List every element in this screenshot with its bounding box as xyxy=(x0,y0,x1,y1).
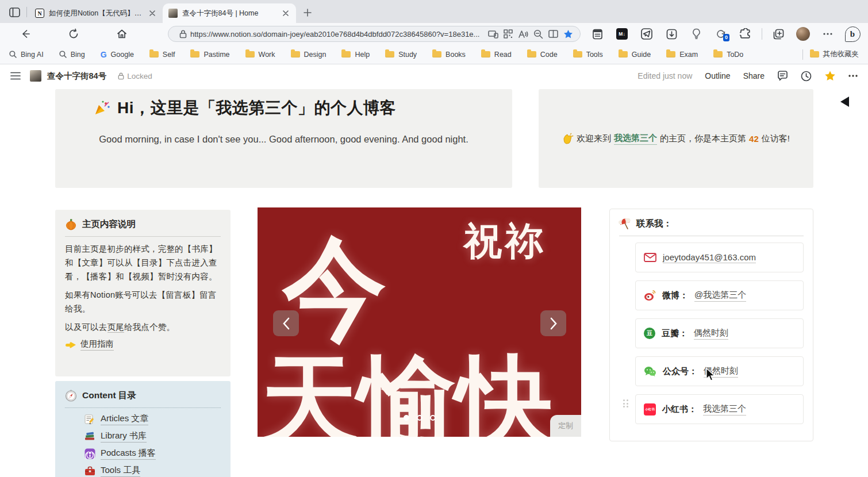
send-to-device-icon[interactable] xyxy=(486,27,501,41)
compass-icon xyxy=(65,390,77,402)
welcome-line: 欢迎来到 我选第三个 的主页，你是本主页第 42 位访客! xyxy=(562,133,790,145)
image-carousel: 祝祢 今 天愉快 定制 xyxy=(258,207,581,437)
weibo-icon xyxy=(644,290,656,301)
bookmark-google[interactable]: G Google xyxy=(101,50,134,59)
contact-wechat-row[interactable]: 公众号： 偶然时刻 xyxy=(635,356,804,386)
guide-link[interactable]: 使用指南 xyxy=(80,338,114,351)
xiaohongshu-handle[interactable]: 我选第三个 xyxy=(703,403,746,416)
contact-douban-row[interactable]: 豆 豆瓣： 偶然时刻 xyxy=(635,318,804,348)
contents-card: Content 目录 Articles 文章 Library 书库 xyxy=(55,381,231,477)
contact-weibo-row[interactable]: 微博： @我选第三个 xyxy=(635,280,804,310)
sync-extension-icon[interactable]: 0 xyxy=(712,26,729,42)
carousel-prev-button[interactable] xyxy=(273,310,299,336)
lightbulb-extension-icon[interactable] xyxy=(688,26,705,42)
bookmark-bing-ai[interactable]: Bing AI xyxy=(9,51,44,59)
tab-home-active[interactable]: 查令十字街84号 | Home xyxy=(163,3,296,23)
hero-card: Hi，这里是「我选第三个」的个人博客 Good morning, in case… xyxy=(55,89,512,188)
collapse-arrow-icon[interactable] xyxy=(840,97,849,107)
notion-topbar: 查令十字街84号 Locked Edited just now Outline … xyxy=(0,64,868,87)
outline-button[interactable]: Outline xyxy=(705,71,730,80)
bookmark-folder-help[interactable]: Help xyxy=(341,51,370,59)
bookmark-folder-pastime[interactable]: Pastime xyxy=(190,51,229,59)
home-button[interactable] xyxy=(114,26,130,42)
weibo-handle[interactable]: @我选第三个 xyxy=(694,290,746,302)
profile-avatar[interactable] xyxy=(794,26,812,42)
bookmark-folder-guide[interactable]: Guide xyxy=(619,51,651,59)
locked-status[interactable]: Locked xyxy=(118,72,152,80)
folder-icon xyxy=(527,51,536,57)
sidebar-menu-icon[interactable] xyxy=(10,72,21,80)
blog-name-link[interactable]: 我选第三个 xyxy=(614,133,657,145)
page-icon[interactable] xyxy=(30,70,41,82)
zoom-out-icon[interactable] xyxy=(531,27,546,41)
read-aloud-icon[interactable] xyxy=(516,27,531,41)
refresh-button[interactable] xyxy=(66,26,82,42)
hero-heading: Hi，这里是「我选第三个」的个人博客 xyxy=(93,97,512,119)
bookmark-folder-todo[interactable]: ToDo xyxy=(713,51,743,59)
tab-notion-tutorial[interactable]: N 如何使用Notion【无代码】搭建 xyxy=(29,3,163,23)
link-podcasts[interactable]: Podcasts 播客 xyxy=(85,448,221,460)
page-title[interactable]: 查令十字街84号 xyxy=(47,71,106,82)
address-bar[interactable]: https://www.notion.so/domain-joey/eab201… xyxy=(168,26,581,42)
bookmark-folder-design[interactable]: Design xyxy=(291,51,327,59)
bookmark-folder-read[interactable]: Read xyxy=(481,51,512,59)
favorite-star-icon[interactable] xyxy=(560,27,575,41)
history-clock-icon[interactable] xyxy=(801,71,812,82)
other-bookmarks-folder[interactable]: 其他收藏夹 xyxy=(810,49,859,59)
bookmark-bing[interactable]: Bing xyxy=(59,51,85,59)
carousel-next-button[interactable] xyxy=(540,310,566,336)
link-articles[interactable]: Articles 文章 xyxy=(85,413,221,425)
more-menu-icon[interactable] xyxy=(819,26,836,42)
pumpkin-icon xyxy=(65,218,77,230)
bing-chat-icon[interactable]: b xyxy=(844,26,861,42)
drag-handle[interactable] xyxy=(623,399,629,409)
bookmark-folder-work[interactable]: Work xyxy=(245,51,275,59)
contact-card: 联系我： joeytoday451@163.com xyxy=(609,209,813,441)
tab-close-icon[interactable] xyxy=(148,9,157,18)
footer-link[interactable]: 页尾 xyxy=(107,322,124,333)
collections-icon[interactable] xyxy=(770,26,787,42)
carousel-dot-1[interactable] xyxy=(404,415,409,421)
back-button[interactable] xyxy=(17,26,33,42)
lock-icon[interactable] xyxy=(175,27,190,41)
about-card: 主页内容说明 目前主页是初步的样式，完整的【书库】和【文章】可以从【目录】下点击… xyxy=(55,210,231,376)
douban-handle[interactable]: 偶然时刻 xyxy=(694,328,728,340)
folder-icon xyxy=(573,51,582,57)
customize-button[interactable]: 定制 xyxy=(550,415,581,437)
link-library[interactable]: Library 书库 xyxy=(85,430,221,443)
email-address[interactable]: joeytoday451@163.com xyxy=(663,252,756,263)
link-tools[interactable]: Tools 工具 xyxy=(85,465,221,477)
split-screen-icon[interactable] xyxy=(546,27,560,41)
contact-email-row[interactable]: joeytoday451@163.com xyxy=(635,243,804,272)
bookmark-folder-code[interactable]: Code xyxy=(527,51,558,59)
notes-extension-icon[interactable] xyxy=(589,26,606,42)
bookmark-folder-study[interactable]: Study xyxy=(385,51,417,59)
edited-timestamp: Edited just now xyxy=(637,71,692,80)
qr-code-icon[interactable] xyxy=(501,27,516,41)
telegram-extension-icon[interactable] xyxy=(638,26,655,42)
folder-icon xyxy=(619,51,628,57)
carousel-dot-3[interactable] xyxy=(430,415,436,421)
bookmark-folder-books[interactable]: Books xyxy=(432,51,466,59)
folder-icon xyxy=(245,51,255,57)
tab-search-icon[interactable] xyxy=(5,2,24,22)
contact-xiaohongshu-row[interactable]: 小红书 小红书： 我选第三个 xyxy=(635,394,804,424)
tab-close-icon[interactable] xyxy=(281,9,290,18)
carousel-dot-2[interactable] xyxy=(417,415,423,421)
markdown-extension-icon[interactable]: M↓ xyxy=(613,26,631,42)
page-more-icon[interactable] xyxy=(848,75,858,77)
bookmark-folder-exam[interactable]: Exam xyxy=(666,51,698,59)
bookmark-folder-tools[interactable]: Tools xyxy=(573,51,603,59)
extensions-icon[interactable] xyxy=(737,26,754,42)
tab-title: 查令十字街84号 | Home xyxy=(182,9,276,18)
bookmark-folder-self[interactable]: Self xyxy=(149,51,175,59)
welcome-card: 欢迎来到 我选第三个 的主页，你是本主页第 42 位访客! xyxy=(539,89,813,188)
comments-icon[interactable] xyxy=(777,71,788,81)
share-button[interactable]: Share xyxy=(743,71,765,80)
favorite-star-gold-icon[interactable] xyxy=(824,70,836,82)
search-icon xyxy=(59,51,67,58)
guide-link-row[interactable]: 使用指南 xyxy=(65,338,221,351)
new-tab-button[interactable] xyxy=(299,5,316,21)
url-text[interactable]: https://www.notion.so/domain-joey/eab201… xyxy=(190,30,486,39)
clipper-extension-icon[interactable] xyxy=(663,26,680,42)
